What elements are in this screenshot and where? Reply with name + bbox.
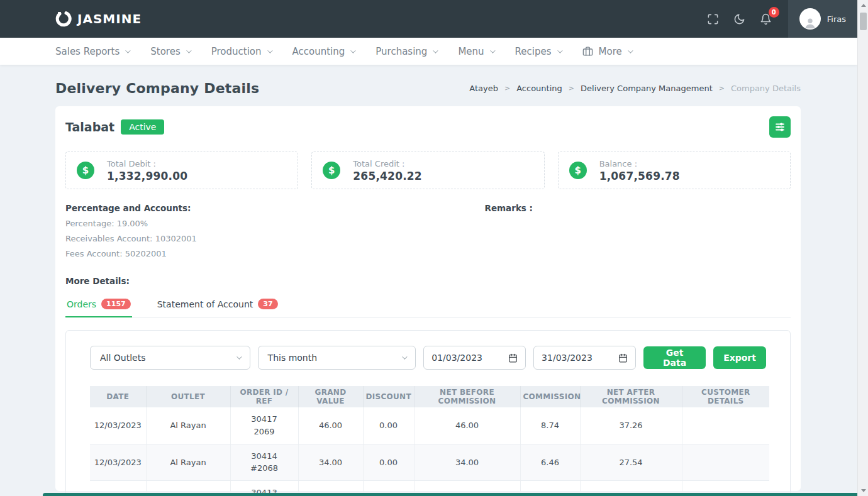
menu-accounting[interactable]: Accounting bbox=[292, 46, 355, 57]
moon-icon bbox=[733, 13, 745, 25]
col-header-outlet: OUTLET bbox=[146, 386, 230, 407]
dollar-icon: $ bbox=[569, 162, 587, 179]
dark-mode-toggle[interactable] bbox=[726, 6, 753, 32]
notification-count-badge: 0 bbox=[769, 7, 779, 18]
tab-statement-of-account[interactable]: Statement of Account 37 bbox=[156, 295, 279, 317]
main-menubar: Sales Reports Stores Production Accounti… bbox=[0, 38, 857, 65]
menu-label: Recipes bbox=[515, 46, 552, 57]
total-credit-card: $ Total Credit : 265,420.22 bbox=[311, 152, 544, 189]
col-header-commission: COMMISSION bbox=[520, 386, 580, 407]
person-icon bbox=[803, 16, 817, 30]
cell-commission: 8.74 bbox=[520, 407, 580, 444]
scrollbar-thumb[interactable] bbox=[860, 13, 867, 30]
cell-net-after-commission: 37.26 bbox=[580, 407, 682, 444]
scroll-down-arrow[interactable] bbox=[858, 485, 868, 496]
date-from-input[interactable]: 01/03/2023 bbox=[423, 346, 526, 370]
calendar-icon bbox=[508, 353, 518, 363]
app-window: JASMINE 0 bbox=[0, 0, 857, 496]
horizontal-scrollbar[interactable] bbox=[43, 493, 857, 496]
fullscreen-button[interactable] bbox=[700, 6, 726, 32]
menu-label: Purchasing bbox=[376, 46, 427, 57]
stats-row: $ Total Debit : 1,332,990.00 $ Total Cre… bbox=[65, 152, 791, 189]
chevron-down-icon bbox=[267, 48, 272, 53]
menu-label: Stores bbox=[150, 46, 180, 57]
navbar-actions: 0 Firas bbox=[700, 0, 857, 38]
table-row[interactable]: 12/03/2023 Al Rayan 30414 #2068 34.00 0.… bbox=[90, 444, 769, 480]
breadcrumb-delivery-company-management[interactable]: Delivery Company Management bbox=[581, 84, 713, 93]
status-badge: Active bbox=[121, 119, 164, 135]
breadcrumb-separator: > bbox=[504, 84, 510, 92]
tab-bar: Orders 1157 Statement of Account 37 bbox=[65, 295, 791, 317]
export-button[interactable]: Export bbox=[713, 346, 766, 369]
date-to-input[interactable]: 31/03/2023 bbox=[533, 346, 636, 370]
col-header-order-id-ref: ORDER ID / REF bbox=[230, 386, 298, 407]
menu-menu[interactable]: Menu bbox=[458, 46, 493, 57]
menu-production[interactable]: Production bbox=[211, 46, 271, 57]
col-header-date: DATE bbox=[90, 386, 146, 407]
settings-filter-button[interactable] bbox=[769, 116, 791, 138]
app-logo[interactable]: JASMINE bbox=[55, 11, 142, 27]
remarks-label: Remarks : bbox=[485, 203, 791, 213]
vertical-scrollbar[interactable] bbox=[857, 0, 868, 496]
order-ref: 2069 bbox=[233, 426, 296, 438]
menu-purchasing[interactable]: Purchasing bbox=[376, 46, 437, 57]
breadcrumb: Atayeb > Accounting > Delivery Company M… bbox=[469, 84, 801, 93]
fullscreen-icon bbox=[707, 13, 719, 25]
cell-net-before-commission: 34.00 bbox=[414, 444, 520, 480]
page-header: Delivery Company Details Atayeb > Accoun… bbox=[55, 77, 801, 99]
receivables-account-line: Receivables Account: 10302001 bbox=[65, 234, 428, 243]
percentage-line: Percentage: 19.00% bbox=[65, 219, 428, 228]
cell-customer-details bbox=[682, 407, 769, 444]
company-header-row: Talabat Active bbox=[65, 116, 791, 138]
calendar-icon bbox=[618, 353, 628, 363]
breadcrumb-accounting[interactable]: Accounting bbox=[516, 84, 562, 93]
breadcrumb-separator: > bbox=[719, 84, 725, 92]
period-select[interactable]: This month bbox=[258, 346, 416, 370]
breadcrumb-company-details: Company Details bbox=[731, 84, 801, 93]
menu-sales-reports[interactable]: Sales Reports bbox=[55, 46, 129, 57]
statement-count-badge: 37 bbox=[258, 299, 277, 309]
orders-table: DATE OUTLET ORDER ID / REF GRAND VALUE D… bbox=[90, 386, 769, 496]
menu-stores[interactable]: Stores bbox=[150, 46, 189, 57]
breadcrumb-atayeb[interactable]: Atayeb bbox=[469, 84, 498, 93]
chevron-down-icon bbox=[236, 354, 242, 359]
balance-card: $ Balance : 1,067,569.78 bbox=[558, 152, 791, 189]
menu-label: Sales Reports bbox=[55, 46, 120, 57]
sliders-icon bbox=[774, 121, 786, 133]
percentage-accounts-block: Percentage and Accounts: Percentage: 19.… bbox=[65, 203, 428, 258]
page-title: Delivery Company Details bbox=[55, 80, 259, 96]
outlet-select-value: All Outlets bbox=[100, 353, 145, 363]
cell-date: 12/03/2023 bbox=[90, 407, 146, 444]
total-credit-value: 265,420.22 bbox=[353, 170, 422, 182]
menu-recipes[interactable]: Recipes bbox=[515, 46, 561, 57]
viewport: JASMINE 0 bbox=[0, 0, 868, 496]
get-data-button[interactable]: Get Data bbox=[643, 346, 706, 369]
more-details-heading: More Details: bbox=[65, 276, 791, 286]
user-menu[interactable]: Firas bbox=[788, 0, 857, 38]
total-debit-card: $ Total Debit : 1,332,990.00 bbox=[65, 152, 298, 189]
menu-more[interactable]: More bbox=[582, 46, 632, 57]
dollar-icon: $ bbox=[323, 162, 340, 179]
chevron-down-icon bbox=[125, 48, 130, 53]
tab-orders[interactable]: Orders 1157 bbox=[65, 295, 132, 317]
col-header-discount: DISCOUNT bbox=[363, 386, 414, 407]
date-from-value: 01/03/2023 bbox=[431, 353, 482, 363]
menu-label: Production bbox=[211, 46, 262, 57]
user-name: Firas bbox=[827, 14, 846, 24]
col-header-grand-value: GRAND VALUE bbox=[298, 386, 363, 407]
order-ref: #2068 bbox=[233, 462, 296, 475]
cell-order-id-ref: 30414 #2068 bbox=[230, 444, 298, 480]
balance-value: 1,067,569.78 bbox=[599, 170, 680, 182]
tab-label: Statement of Account bbox=[157, 299, 253, 309]
orders-filter-row: All Outlets This month 01/03/2023 bbox=[90, 346, 766, 370]
table-row[interactable]: 12/03/2023 Al Rayan 30417 2069 46.00 0.0… bbox=[90, 407, 769, 444]
cell-net-after-commission: 27.54 bbox=[580, 444, 682, 480]
cell-discount: 0.00 bbox=[363, 444, 414, 480]
outlet-select[interactable]: All Outlets bbox=[90, 346, 250, 370]
remarks-block: Remarks : bbox=[428, 203, 791, 258]
scroll-up-arrow[interactable] bbox=[858, 0, 868, 11]
notifications-button[interactable]: 0 bbox=[753, 6, 779, 32]
orders-count-badge: 1157 bbox=[101, 299, 131, 309]
more-details-section: More Details: Orders 1157 Statement of A… bbox=[65, 276, 791, 317]
dollar-icon: $ bbox=[77, 162, 94, 179]
